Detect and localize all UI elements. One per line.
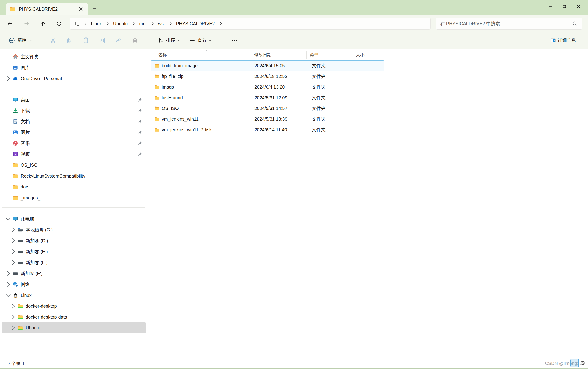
chevron-right-icon[interactable] [9,260,17,265]
forward-button[interactable] [21,19,32,29]
chevron-right-icon[interactable] [9,227,17,232]
table-row[interactable]: vm_jenkins_win112024/5/31 13:39文件夹 [151,114,384,124]
chevron-right-icon[interactable] [9,249,17,254]
sidebar-item-disk-c[interactable]: 本地磁盘 (C:) [2,224,146,235]
breadcrumb-segment[interactable]: wsl [155,20,168,28]
new-button[interactable]: 新建 [6,35,35,46]
sidebar-item-this-pc[interactable]: 此电脑 [2,214,146,224]
details-view-toggle[interactable] [570,359,579,367]
sidebar-item-music[interactable]: 音乐 [2,138,146,149]
folder-linux-icon [18,325,23,331]
file-date: 2024/6/4 15:05 [254,63,285,68]
copy-button[interactable] [63,34,76,46]
cut-button[interactable] [47,34,60,46]
tab-close-icon[interactable] [77,6,84,12]
sidebar-item-desktop[interactable]: 桌面 [2,94,146,105]
rename-button[interactable] [96,34,109,46]
pictures-icon [12,129,18,135]
table-row[interactable]: ftp_file_zip2024/6/18 12:52文件夹 [151,71,384,82]
sidebar-item-vol-f2[interactable]: 新加卷 (F:) [2,268,146,279]
refresh-button[interactable] [54,19,64,29]
minimize-button[interactable] [543,2,557,11]
chevron-down-icon[interactable] [4,217,12,221]
sidebar-item-documents[interactable]: 文档 [2,116,146,127]
drive-icon [12,270,18,276]
breadcrumb-segment[interactable]: Ubuntu [110,20,131,28]
chevron-down-icon[interactable] [4,293,12,297]
breadcrumb-chevron-icon[interactable] [168,21,173,26]
delete-button[interactable] [128,34,142,46]
table-row[interactable]: vm_jenkins_win11_2disk2024/6/14 11:40文件夹 [151,124,384,135]
sidebar-item-ubuntu[interactable]: Ubuntu [2,322,146,333]
pin-icon [137,97,142,102]
sidebar-item-os-iso[interactable]: OS_ISO [2,160,146,171]
column-header-date[interactable]: 修改日期 [254,52,272,58]
breadcrumb-chevron-icon[interactable] [130,21,136,26]
details-pane-button[interactable]: 详细信息 [547,35,579,45]
sidebar-item-onedrive[interactable]: OneDrive - Personal [2,73,146,84]
back-button[interactable] [5,19,15,29]
sidebar-item-downloads[interactable]: 下载 [2,105,146,116]
navigation-pane: 主文件夹图库OneDrive - Personal桌面下载文档图片音乐视频OS_… [0,49,147,358]
search-box[interactable]: 在 PHYSICALDRIVE2 中搜索 [436,18,582,30]
breadcrumb-chevron-icon[interactable] [105,21,110,26]
column-divider[interactable] [252,51,252,59]
table-row[interactable]: OS_ISO2024/5/31 14:57文件夹 [151,103,384,114]
sidebar-item-vol-f[interactable]: 新加卷 (F:) [2,257,146,268]
sidebar-item-label: 主文件夹 [21,54,39,60]
column-header-size[interactable]: 大小 [356,52,364,58]
pin-icon [137,119,142,124]
sidebar-item-rockylinux[interactable]: RockyLinuxSystemCompatibility [2,171,146,181]
chevron-right-icon[interactable] [4,271,12,276]
breadcrumb-segment[interactable]: Linux [88,20,105,28]
breadcrumb-chevron-icon[interactable] [218,21,224,26]
breadcrumb-segment[interactable]: PHYSICALDRIVE2 [173,20,218,28]
chevron-right-icon[interactable] [4,282,12,287]
breadcrumb-segment[interactable]: mnt [136,20,149,28]
chevron-right-icon[interactable] [9,304,17,308]
maximize-button[interactable] [557,2,571,11]
chevron-right-icon[interactable] [9,315,17,319]
sidebar-item-images[interactable]: _images_ [2,192,146,203]
chevron-down-icon [208,39,212,42]
sidebar-item-videos[interactable]: 视频 [2,149,146,160]
sidebar-item-vol-d[interactable]: 新加卷 (D:) [2,235,146,246]
sidebar-item-network[interactable]: 网络 [2,279,146,290]
close-button[interactable] [571,2,586,11]
table-row[interactable]: lost+found2024/5/31 12:09文件夹 [151,92,384,103]
sidebar-item-linux[interactable]: Linux [2,290,146,301]
column-header-type[interactable]: 类型 [310,52,318,58]
tab-physicaldrive2[interactable]: PHYSICALDRIVE2 [6,3,88,15]
breadcrumb-chevron-icon[interactable] [149,21,155,26]
pin-icon [137,152,142,157]
chevron-right-icon[interactable] [9,326,17,330]
table-row[interactable]: build_train_image2024/6/4 15:05文件夹 [151,61,384,71]
column-divider[interactable] [354,51,354,59]
sidebar-item-docker-desktop-data[interactable]: docker-desktop-data [2,312,146,322]
table-row[interactable]: imags2024/6/4 13:20文件夹 [151,82,384,92]
paste-button[interactable] [79,34,93,46]
breadcrumb-chevron-icon[interactable] [82,21,88,26]
sidebar-item-docker-desktop[interactable]: docker-desktop [2,301,146,312]
sidebar-item-vol-e[interactable]: 新加卷 (E:) [2,246,146,257]
column-divider[interactable] [306,51,307,59]
file-name: vm_jenkins_win11_2disk [162,127,212,132]
view-button[interactable]: 查看 [186,35,215,46]
file-name: build_train_image [162,63,198,68]
up-button[interactable] [38,19,48,29]
column-header-name[interactable]: 名称 [158,52,167,58]
sidebar-item-home[interactable]: 主文件夹 [2,51,146,62]
chevron-right-icon[interactable] [4,76,12,81]
sidebar-item-gallery[interactable]: 图库 [2,62,146,73]
sidebar-item-doc[interactable]: doc [2,181,146,192]
thumbnail-view-toggle[interactable] [579,359,586,366]
pin-icon [137,130,142,135]
sort-button[interactable]: 排序 [155,35,183,46]
address-bar[interactable]: LinuxUbuntumntwslPHYSICALDRIVE2 [70,18,430,30]
share-button[interactable] [112,34,125,46]
sidebar-item-pictures[interactable]: 图片 [2,127,146,138]
more-options-button[interactable] [228,34,241,46]
new-tab-button[interactable] [90,4,99,12]
chevron-right-icon[interactable] [9,238,17,243]
column-divider[interactable] [384,51,384,59]
